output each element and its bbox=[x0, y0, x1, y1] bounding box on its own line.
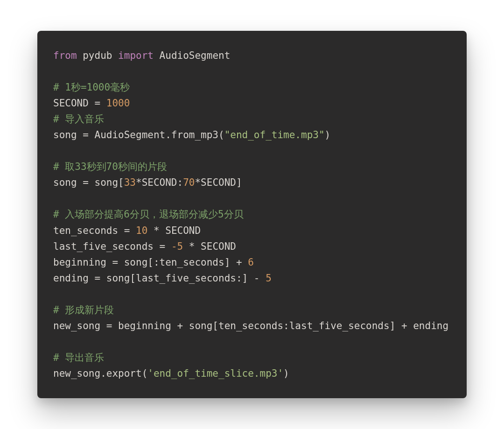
code-token: 10 bbox=[136, 225, 147, 236]
code-block: from pydub import AudioSegment # 1秒=1000… bbox=[53, 48, 451, 381]
code-token: * SECOND bbox=[183, 241, 236, 252]
code-token: ten_seconds = bbox=[53, 225, 136, 236]
code-token: *SECOND] bbox=[195, 177, 242, 188]
code-token: # 取33秒到70秒间的片段 bbox=[53, 161, 167, 172]
code-token: beginning = song[:ten_seconds] + bbox=[53, 257, 248, 268]
code-token: ) bbox=[325, 129, 331, 141]
code-token: new_song = beginning + song[ten_seconds:… bbox=[53, 320, 448, 331]
code-token: "end_of_time.mp3" bbox=[224, 129, 325, 141]
code-token: from bbox=[53, 50, 77, 61]
code-token: *SECOND: bbox=[136, 177, 183, 188]
code-token: -5 bbox=[171, 241, 183, 252]
code-token: song = song[ bbox=[53, 177, 124, 188]
code-token: 1000 bbox=[106, 98, 130, 109]
code-token: pydub bbox=[77, 50, 119, 61]
code-token: 5 bbox=[266, 273, 272, 284]
code-token: song = AudioSegment.from_mp3( bbox=[53, 129, 224, 141]
code-token: * SECOND bbox=[147, 225, 201, 236]
code-token: # 1秒=1000毫秒 bbox=[53, 82, 130, 93]
code-card: from pydub import AudioSegment # 1秒=1000… bbox=[37, 31, 467, 398]
code-token: 'end_of_time_slice.mp3' bbox=[147, 368, 283, 379]
code-token: ) bbox=[283, 368, 289, 379]
code-token: # 形成新片段 bbox=[53, 304, 114, 316]
code-token: # 导出音乐 bbox=[53, 352, 104, 363]
code-token: 33 bbox=[124, 177, 136, 188]
code-token: import bbox=[118, 50, 154, 61]
code-token: # 导入音乐 bbox=[53, 113, 104, 125]
code-token: # 入场部分提高6分贝，退场部分减少5分贝 bbox=[53, 209, 244, 220]
code-token: ending = song[last_five_seconds:] - bbox=[53, 273, 266, 284]
code-token: new_song.export( bbox=[53, 368, 147, 379]
code-token: AudioSegment bbox=[154, 50, 230, 61]
code-token: last_five_seconds = bbox=[53, 241, 171, 252]
code-token: 6 bbox=[248, 257, 254, 268]
code-token: 70 bbox=[183, 177, 195, 188]
code-content: from pydub import AudioSegment # 1秒=1000… bbox=[53, 50, 448, 379]
code-token: SECOND = bbox=[53, 98, 106, 109]
